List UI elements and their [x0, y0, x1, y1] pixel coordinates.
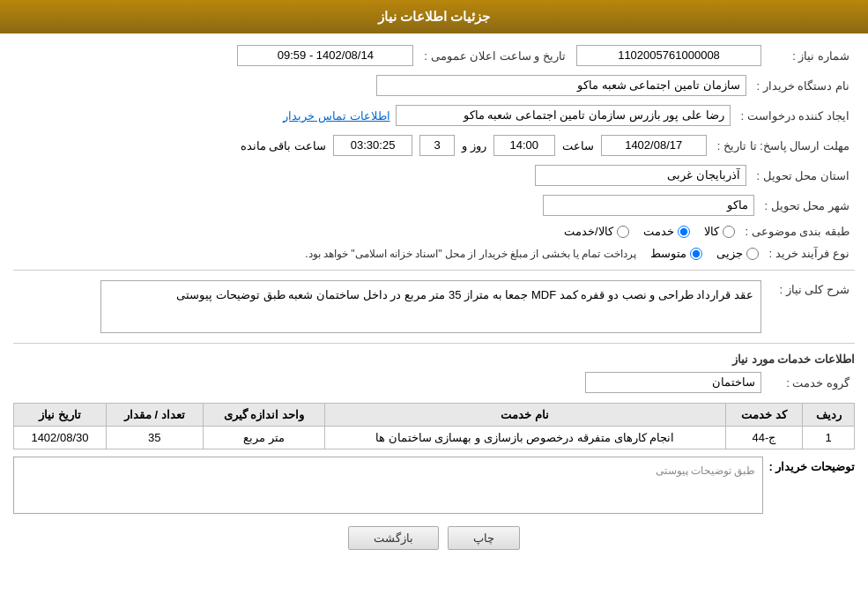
- info-table-8: نوع فرآیند خرید : جزیی متوسط: [13, 244, 855, 263]
- deadline-remaining: 03:30:25: [333, 135, 412, 156]
- info-table-group: گروه خدمت : ساختمان: [13, 369, 855, 396]
- col-row: ردیف: [803, 404, 855, 427]
- creator-contact-link[interactable]: اطلاعات تماس خریدار: [283, 109, 389, 123]
- deadline-time-label: ساعت: [562, 139, 594, 152]
- col-code: کد خدمت: [725, 404, 803, 427]
- buyer-org-value: سازمان تامین اجتماعی شعبه ماکو: [376, 75, 746, 96]
- divider-2: [13, 343, 855, 344]
- process-motavasset-label: متوسط: [650, 247, 686, 260]
- process-motavasset-radio[interactable]: [690, 248, 702, 260]
- category-kala-khadamat-item[interactable]: کالا/خدمت: [564, 225, 629, 238]
- services-section-title: اطلاعات خدمات مورد نیاز: [13, 353, 855, 366]
- group-service-value: ساختمان: [585, 372, 761, 393]
- description-value: عقد قرارداد طراحی و نصب دو قفره کمد MDF …: [100, 280, 761, 333]
- page-title: جزئیات اطلاعات نیاز: [378, 9, 490, 24]
- buyer-notes-inner: طبق توضیحات پیوستی: [13, 457, 763, 514]
- cell-date: 1402/08/30: [14, 427, 107, 449]
- col-quantity: تعداد / مقدار: [106, 404, 203, 427]
- announce-date-value: 1402/08/14 - 09:59: [237, 45, 413, 66]
- col-name: نام خدمت: [324, 404, 725, 427]
- process-jozvi-item[interactable]: جزیی: [716, 247, 759, 260]
- category-kala-khadamat-label: کالا/خدمت: [564, 225, 613, 238]
- description-label: شرح کلی نیاز :: [767, 278, 855, 336]
- process-radio-group: جزیی متوسط: [650, 247, 759, 260]
- category-kala-khadamat-radio[interactable]: [617, 226, 629, 238]
- category-khadamat-radio[interactable]: [678, 226, 690, 238]
- deadline-remaining-label: ساعت باقی مانده: [241, 139, 326, 152]
- city-value: ماکو: [543, 195, 754, 216]
- buyer-notes-row: توضیحات خریدار : طبق توضیحات پیوستی: [13, 457, 855, 514]
- category-label: طبقه بندی موضوعی :: [740, 222, 855, 241]
- creator-value: رضا علی پور بازرس سازمان تامین اجتماعی ش…: [396, 105, 731, 126]
- button-row: چاپ بازگشت: [13, 526, 855, 550]
- info-table-4: مهلت ارسال پاسخ: تا تاریخ : 1402/08/17 س…: [13, 132, 855, 159]
- category-radio-group: کالا خدمت کالا/خدمت: [19, 225, 735, 238]
- process-label: نوع فرآیند خرید :: [764, 244, 855, 263]
- cell-unit: متر مربع: [203, 427, 324, 449]
- services-table: ردیف کد خدمت نام خدمت واحد اندازه گیری ت…: [13, 403, 855, 449]
- buyer-org-label: نام دستگاه خریدار :: [752, 72, 855, 99]
- main-container: جزئیات اطلاعات نیاز شماره نیاز : 1102005…: [0, 0, 868, 609]
- category-khadamat-item[interactable]: خدمت: [643, 225, 690, 238]
- deadline-label: مهلت ارسال پاسخ: تا تاریخ :: [712, 132, 855, 159]
- info-table-5: استان محل تحویل : آذربایجان غربی: [13, 162, 855, 189]
- buyer-notes-label: توضیحات خریدار :: [768, 457, 855, 473]
- announce-date-label: تاریخ و ساعت اعلان عمومی :: [419, 42, 571, 69]
- cell-name: انجام کارهای متفرقه درخصوص بازسازی و بهس…: [324, 427, 725, 449]
- category-kala-radio[interactable]: [723, 226, 735, 238]
- need-number-label: شماره نیاز :: [767, 42, 855, 69]
- info-table-6: شهر محل تحویل : ماکو: [13, 192, 855, 219]
- col-unit: واحد اندازه گیری: [203, 404, 324, 427]
- divider-1: [13, 270, 855, 271]
- info-table-7: طبقه بندی موضوعی : کالا خدمت: [13, 222, 855, 241]
- deadline-days: 3: [419, 135, 455, 156]
- deadline-time: 14:00: [493, 135, 555, 156]
- page-header: جزئیات اطلاعات نیاز: [0, 0, 868, 33]
- info-table-3: ایجاد کننده درخواست : رضا علی پور بازرس …: [13, 102, 855, 129]
- info-table-2: نام دستگاه خریدار : سازمان تامین اجتماعی…: [13, 72, 855, 99]
- creator-label: ایجاد کننده درخواست :: [736, 102, 855, 129]
- info-table-desc: شرح کلی نیاز : عقد قرارداد طراحی و نصب د…: [13, 278, 855, 336]
- province-label: استان محل تحویل :: [752, 162, 855, 189]
- city-label: شهر محل تحویل :: [760, 192, 855, 219]
- group-service-label: گروه خدمت :: [767, 369, 855, 396]
- process-jozvi-label: جزیی: [716, 247, 743, 260]
- buyer-notes-text: طبق توضیحات پیوستی: [21, 464, 755, 477]
- province-value: آذربایجان غربی: [535, 165, 746, 186]
- category-kala-item[interactable]: کالا: [704, 225, 735, 238]
- need-number-value: 1102005761000008: [576, 45, 761, 66]
- deadline-date: 1402/08/17: [601, 135, 707, 156]
- cell-code: ج-44: [725, 427, 803, 449]
- process-jozvi-radio[interactable]: [746, 248, 759, 260]
- cell-row: 1: [803, 427, 855, 449]
- process-note: پرداخت تمام یا بخشی از مبلغ خریدار از مح…: [305, 248, 635, 260]
- cell-quantity: 35: [106, 427, 203, 449]
- col-date: تاریخ نیاز: [14, 404, 107, 427]
- deadline-days-label: روز و: [462, 139, 486, 152]
- print-button[interactable]: چاپ: [448, 526, 520, 550]
- table-row: 1 ج-44 انجام کارهای متفرقه درخصوص بازساز…: [14, 427, 855, 449]
- content-area: شماره نیاز : 1102005761000008 تاریخ و سا…: [0, 33, 868, 568]
- process-motavasset-item[interactable]: متوسط: [650, 247, 702, 260]
- category-khadamat-label: خدمت: [643, 225, 674, 238]
- info-table-1: شماره نیاز : 1102005761000008 تاریخ و سا…: [13, 42, 855, 69]
- category-kala-label: کالا: [704, 225, 719, 238]
- back-button[interactable]: بازگشت: [348, 526, 439, 550]
